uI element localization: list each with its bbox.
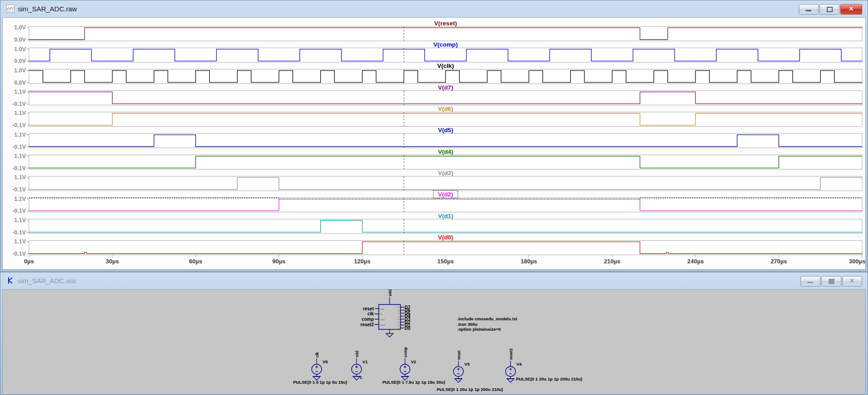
pin-name-inside-D3: d3: [398, 318, 400, 320]
net-label-reset[interactable]: reset: [457, 351, 461, 360]
trace-label-V(d3)[interactable]: V(d3): [438, 170, 453, 176]
source-designator-V2[interactable]: V2: [411, 359, 416, 364]
maximize-button-inactive[interactable]: [821, 276, 841, 286]
y-axis-label: 1.1V: [14, 110, 26, 116]
pin-label-D0: D0: [405, 326, 410, 331]
minimize-button-inactive[interactable]: [800, 276, 820, 286]
trace-label-V(d6)[interactable]: V(d6): [438, 105, 453, 112]
y-axis-label: -0.1V: [12, 165, 26, 171]
source-value-V2[interactable]: PULSE(0 1 7.5u 1p 1p 15u 30u): [382, 380, 445, 385]
trace-label-V(d4)[interactable]: V(d4): [438, 148, 453, 155]
pin-label-reset2: reset2: [361, 322, 374, 327]
source-designator-V4[interactable]: V4: [516, 362, 522, 366]
spice-directive-1[interactable]: .tran 300u: [457, 322, 477, 327]
y-axis-label: 1.1V: [14, 89, 26, 95]
net-label-clk[interactable]: clk: [315, 352, 319, 357]
y-axis-label: 1.1V: [14, 217, 26, 224]
net-label-reset2[interactable]: reset2: [509, 348, 513, 360]
spice-directive-2[interactable]: .option plotwinsize=0: [457, 327, 501, 332]
schematic-window-title: sim_SAR_ADC.asc: [18, 277, 77, 285]
schematic-window: sim_SAR_ADC.asc ✕ vddresetresetclkclkcom…: [0, 272, 868, 395]
schematic-icon: [6, 276, 14, 285]
waveform-pane-V(d6)[interactable]: [29, 112, 862, 127]
desktop: { "raw_window": { "title": "sim_SAR_ADC.…: [0, 0, 868, 395]
net-label-vdd[interactable]: vdd: [355, 351, 359, 357]
minimize-icon: [807, 282, 813, 283]
source-designator-V3[interactable]: V3: [464, 362, 470, 366]
schematic-canvas[interactable]: vddresetresetclkclkcompcompreset2reset2D…: [3, 290, 866, 395]
x-axis-label: 180µs: [521, 258, 537, 265]
y-axis-label: 1.0V: [14, 24, 26, 31]
y-axis-label: 0.0V: [14, 80, 26, 86]
pin-name-inside-D7: d7: [398, 306, 400, 309]
y-axis-label: -0.1V: [12, 229, 26, 236]
waveform-pane-V(reset)[interactable]: [29, 27, 862, 41]
source-designator-V1[interactable]: V1: [362, 359, 368, 364]
close-button[interactable]: ✕: [840, 4, 862, 14]
trace-label-V(clk)[interactable]: V(clk): [437, 62, 454, 69]
y-axis-label: 1.1V: [14, 153, 26, 159]
waveform-pane-V(comp)[interactable]: [29, 48, 862, 62]
trace-label-V(d0)[interactable]: V(d0): [438, 234, 453, 241]
x-axis-label: 30µs: [106, 258, 119, 265]
y-axis-label: -0.1V: [12, 251, 26, 257]
minimize-button[interactable]: [799, 4, 819, 14]
waveform-icon: [6, 5, 14, 13]
trace-label-V(d7)[interactable]: V(d7): [438, 84, 453, 91]
y-axis-label: -0.1V: [12, 122, 26, 128]
maximize-icon: [829, 279, 834, 284]
x-axis-label: 60µs: [189, 258, 202, 265]
y-axis-label: 0.0V: [14, 58, 26, 64]
trace-label-V(d2)[interactable]: V(d2): [438, 191, 453, 198]
y-axis-label: 1.1V: [14, 196, 26, 202]
trace-V(clk): [29, 71, 862, 82]
source-value-V4[interactable]: PULSE(0 1 20u 1p 1p 200u 210u): [516, 376, 582, 381]
maximize-button[interactable]: [820, 4, 839, 14]
waveform-pane-V(d2)[interactable]: [29, 198, 862, 212]
waveform-pane-V(d0)[interactable]: [29, 241, 862, 255]
waveform-pane-V(d3)[interactable]: [29, 176, 862, 191]
waveform-titlebar[interactable]: sim_SAR_ADC.raw ✕: [0, 0, 868, 17]
y-axis-label: 1.0V: [14, 46, 26, 52]
source-value-V1[interactable]: 1: [360, 375, 362, 380]
pin-name-inside-D6: d6: [398, 309, 400, 312]
schematic-canvas-area[interactable]: vddresetresetclkclkcompcompreset2reset2D…: [2, 289, 866, 395]
y-axis-label: 1.1V: [14, 174, 26, 181]
pin-name-inside-clk: clk: [380, 313, 382, 315]
trace-label-V(d5)[interactable]: V(d5): [438, 127, 453, 133]
y-axis-label: -0.1V: [12, 208, 26, 214]
trace-label-V(reset)[interactable]: V(reset): [434, 20, 457, 27]
y-axis-label: 1.1V: [14, 238, 26, 245]
source-value-V5[interactable]: PULSE(0 1 0 1p 1p 5u 15u): [293, 380, 347, 385]
y-axis-label: -0.1V: [12, 144, 26, 150]
pin-name-inside-D0: d0: [398, 327, 400, 329]
pin-name-inside-D5: d5: [398, 312, 400, 314]
trace-label-V(comp)[interactable]: V(comp): [434, 41, 458, 48]
x-axis-label: 90µs: [272, 258, 285, 265]
pin-label-reset: reset: [363, 306, 374, 311]
pin-label-clk: clk: [367, 311, 374, 316]
spice-directive-0[interactable]: .include cmosedu_models.txt: [457, 316, 518, 321]
x-axis-label: 210µs: [604, 258, 620, 265]
trace-label-V(d1)[interactable]: V(d1): [438, 213, 453, 219]
x-axis-label: 300µs: [849, 258, 865, 265]
schematic-titlebar[interactable]: sim_SAR_ADC.asc ✕: [0, 272, 868, 289]
source-value-V3[interactable]: PULSE(0 1 20u 1p 1p 200u 210u): [437, 387, 503, 392]
waveform-plot-area[interactable]: 1.0V0.0VV(reset)1.0V0.0VV(comp)1.0V0.0VV…: [2, 17, 866, 270]
y-axis-label: 0.0V: [14, 37, 26, 43]
pin-name-inside-comp: comp: [380, 319, 385, 321]
maximize-icon: [827, 7, 833, 12]
close-icon: ✕: [841, 5, 862, 12]
x-axis-label: 270µs: [771, 258, 787, 265]
x-axis-label: 120µs: [354, 258, 370, 265]
waveform-canvas[interactable]: 1.0V0.0VV(reset)1.0V0.0VV(comp)1.0V0.0VV…: [3, 18, 866, 270]
net-label-comp[interactable]: comp: [403, 347, 408, 357]
close-button-inactive[interactable]: ✕: [842, 276, 862, 286]
waveform-pane-V(d7)[interactable]: [29, 90, 862, 105]
pin-name-inside-D4: d4: [398, 315, 400, 318]
waveform-pane-V(d4)[interactable]: [29, 155, 862, 169]
y-axis-label: 1.1V: [14, 132, 26, 138]
waveform-pane-V(d1)[interactable]: [29, 219, 862, 233]
source-designator-V5[interactable]: V5: [323, 359, 328, 364]
net-label-vdd[interactable]: vdd: [388, 290, 392, 296]
